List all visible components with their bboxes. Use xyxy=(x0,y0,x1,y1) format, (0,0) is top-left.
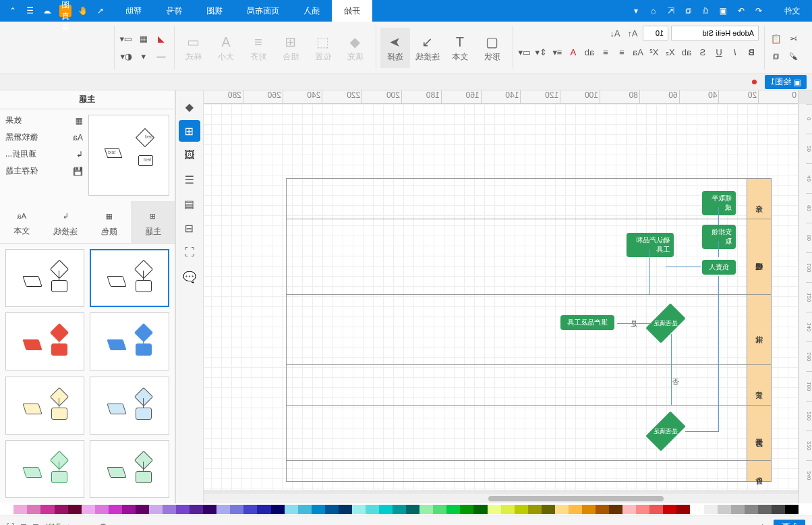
undo-icon[interactable]: ↶ xyxy=(753,5,765,17)
swatch[interactable] xyxy=(676,505,690,514)
collapse-ribbon-icon[interactable]: ⌃ xyxy=(7,5,19,17)
node-confirm[interactable]: 确认产品和工具 xyxy=(627,233,674,257)
qat-export-icon[interactable]: ⇱ xyxy=(665,5,677,17)
cloud-save-icon[interactable]: ☁ xyxy=(42,5,54,17)
side-tab-theme[interactable]: ⊞主题 xyxy=(131,201,175,243)
lane-hdr-4[interactable]: 第三方平台 xyxy=(747,406,771,460)
align-left-btn[interactable]: ≡▾ xyxy=(550,45,564,59)
brush-icon[interactable]: 🖌 xyxy=(786,49,801,64)
swatch[interactable] xyxy=(419,505,433,514)
swatch[interactable] xyxy=(718,505,731,514)
add-page-btn[interactable]: + xyxy=(759,521,765,526)
swatch[interactable] xyxy=(27,505,40,514)
zoom-out-btn[interactable]: − xyxy=(149,522,154,526)
swatch[interactable] xyxy=(460,505,473,514)
user-icon[interactable]: ☰ xyxy=(24,5,36,17)
swatch[interactable] xyxy=(596,505,609,514)
lane-hdr-0[interactable]: 仓库 xyxy=(747,179,771,219)
tool-align[interactable]: ≡对齐 xyxy=(243,28,273,68)
swatch[interactable] xyxy=(136,505,149,514)
tp-symbols-icon[interactable]: ⊞ xyxy=(179,120,200,142)
paste-icon[interactable]: 📋 xyxy=(769,32,784,47)
qat-more-icon[interactable]: ▾ xyxy=(630,5,642,17)
decision-2[interactable]: 是否满足 xyxy=(645,411,685,451)
qat-print-icon[interactable]: ⎙ xyxy=(700,5,712,17)
quick-style-icon[interactable]: ▦ xyxy=(136,32,151,47)
tool-position[interactable]: ⬚位置 xyxy=(308,28,338,68)
opt-effects[interactable]: ▦效果 xyxy=(5,115,83,126)
fit-page-icon[interactable]: ⊡ xyxy=(32,522,39,526)
swatch[interactable] xyxy=(745,505,758,514)
swatch[interactable] xyxy=(582,505,596,514)
theme-item-5[interactable] xyxy=(5,377,85,435)
theme-item-6[interactable] xyxy=(90,440,170,498)
tp-shape-icon[interactable]: ◆ xyxy=(179,96,200,117)
tp-layers-icon[interactable]: ☰ xyxy=(179,169,200,190)
canvas[interactable]: 仓库 领取半成 销售经理 安排领取 负责人 确认产品和工具 审批 是否满足 是 xyxy=(204,104,799,490)
theme-item-3[interactable] xyxy=(5,312,85,370)
lane-hdr-1[interactable]: 销售经理 xyxy=(747,219,771,294)
swatch[interactable] xyxy=(622,505,636,514)
pointer-icon[interactable]: ↖ xyxy=(94,5,107,17)
swatch[interactable] xyxy=(663,505,676,514)
swatch[interactable] xyxy=(163,505,176,514)
swatch[interactable] xyxy=(379,505,393,514)
textdir-btn[interactable]: ab xyxy=(582,45,597,59)
lane-hdr-5[interactable]: 财务 xyxy=(747,461,771,481)
swatch[interactable] xyxy=(243,505,257,514)
swatch[interactable] xyxy=(406,505,419,514)
tp-comment-icon[interactable]: 💬 xyxy=(179,266,200,287)
swatch[interactable] xyxy=(528,505,542,514)
swatch[interactable] xyxy=(122,505,136,514)
swatch[interactable] xyxy=(230,505,243,514)
swatch[interactable] xyxy=(190,505,203,514)
theme-item-4[interactable] xyxy=(90,377,170,435)
bold-btn[interactable]: B xyxy=(744,45,759,59)
bullets-btn[interactable]: ≡ xyxy=(614,45,629,59)
swatch[interactable] xyxy=(609,505,622,514)
font-size-input[interactable] xyxy=(643,26,668,40)
font-inc-icon[interactable]: A↑ xyxy=(625,26,640,40)
swatch[interactable] xyxy=(325,505,339,514)
node-return[interactable]: 退产品及工具 xyxy=(560,315,614,330)
swatch[interactable] xyxy=(271,505,285,514)
strike-btn[interactable]: S xyxy=(695,45,710,59)
menu-tab-symbol[interactable]: 符号 xyxy=(154,0,194,22)
menu-file[interactable]: 文件 xyxy=(772,0,812,22)
swatch[interactable] xyxy=(501,505,515,514)
redo-icon[interactable]: ↷ xyxy=(735,5,747,17)
cut-icon[interactable]: ✂ xyxy=(786,32,801,47)
swatch[interactable] xyxy=(55,505,68,514)
subscript-btn[interactable]: X₂ xyxy=(663,45,678,59)
swatch[interactable] xyxy=(691,505,704,514)
qat-save-icon[interactable]: ▣ xyxy=(718,5,730,17)
copy-icon[interactable]: ⧉ xyxy=(769,49,784,64)
side-tab-line[interactable]: ↳连接线 xyxy=(44,201,88,243)
tool-text[interactable]: T文本 xyxy=(445,28,475,68)
more-style-icon[interactable]: ▾ xyxy=(136,49,151,64)
swatch[interactable] xyxy=(82,505,95,514)
swatch[interactable] xyxy=(555,505,569,514)
highlight-btn[interactable]: ab xyxy=(679,45,694,59)
font-dec-icon[interactable]: A↓ xyxy=(608,26,622,40)
underline-btn[interactable]: U xyxy=(712,45,726,59)
swatch[interactable] xyxy=(41,505,55,514)
swatch[interactable] xyxy=(258,505,271,514)
opt-save-theme[interactable]: 💾保存主题 xyxy=(5,165,83,177)
swatch[interactable] xyxy=(649,505,663,514)
fullscreen-icon[interactable]: ⛶ xyxy=(7,522,15,526)
tool-connector[interactable]: ↘连接线 xyxy=(413,28,442,68)
node-owner[interactable]: 负责人 xyxy=(702,260,736,275)
swatch[interactable] xyxy=(176,505,190,514)
page-tab[interactable]: 1-页 xyxy=(774,520,805,525)
swatch[interactable] xyxy=(298,505,312,514)
theme-item-0[interactable] xyxy=(90,249,170,307)
swatch[interactable] xyxy=(515,505,528,514)
theme-item-2[interactable] xyxy=(90,312,170,370)
menu-tab-view[interactable]: 视图 xyxy=(194,0,235,22)
swatch[interactable] xyxy=(366,505,379,514)
shape-fill-icon[interactable]: ▭▾ xyxy=(119,32,134,47)
swatch[interactable] xyxy=(312,505,325,514)
menu-tab-help[interactable]: 帮助 xyxy=(113,0,154,22)
side-tab-text[interactable]: Aa文本 xyxy=(0,201,44,243)
